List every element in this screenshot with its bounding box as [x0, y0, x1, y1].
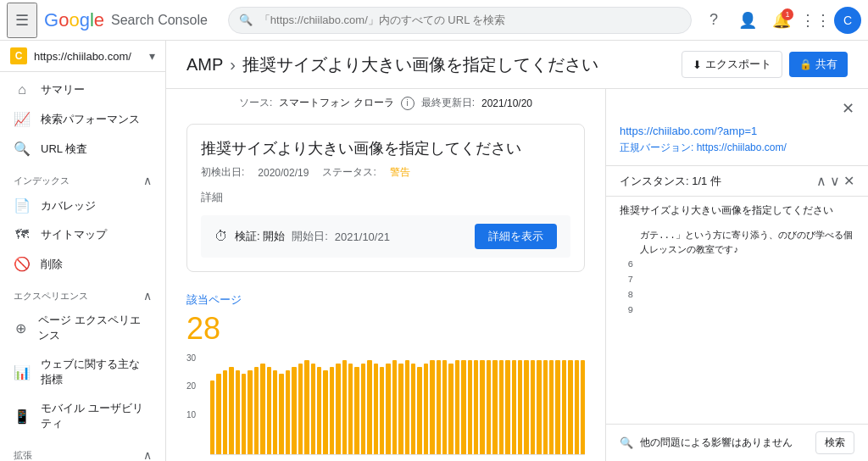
- vitals-icon: 📊: [14, 364, 31, 380]
- chart-bar: [348, 364, 353, 454]
- breadcrumb-parent[interactable]: AMP: [186, 55, 223, 75]
- search-bar[interactable]: 🔍: [228, 7, 692, 34]
- menu-icon[interactable]: ☰: [7, 3, 37, 38]
- url-inspect-icon: 🔍: [14, 141, 31, 157]
- apps-button[interactable]: ⋮⋮: [800, 5, 831, 36]
- issue-title: 推奨サイズより大きい画像を指定してください: [201, 138, 570, 158]
- chart-label: 該当ページ: [186, 292, 585, 308]
- chart-bar: [392, 360, 397, 454]
- search-input[interactable]: [259, 14, 681, 26]
- search-icon-panel: 🔍: [620, 436, 633, 449]
- chart-bar: [505, 360, 509, 454]
- sidebar-nav: ⌂ サマリー 📈 検索パフォーマンス 🔍 URL 検査 インデックス ∧ 📄 カ…: [0, 72, 165, 461]
- help-button[interactable]: ?: [698, 5, 729, 36]
- instances-description: 推奨サイズより大きい画像を指定してください: [606, 197, 868, 221]
- panel-close-row: ✕: [620, 99, 854, 118]
- notification-badge: 1: [782, 8, 793, 20]
- chart-bar: [568, 360, 572, 454]
- instance-close-button[interactable]: ✕: [843, 173, 854, 189]
- breadcrumb-separator: ›: [230, 55, 236, 75]
- sidebar-item-summary[interactable]: ⌂ サマリー: [0, 75, 159, 104]
- export-icon: ⬇: [693, 58, 702, 71]
- first-detected-value: 2020/02/19: [258, 167, 309, 179]
- chart-bar: [549, 360, 554, 454]
- sidebar-item-performance[interactable]: 📈 検索パフォーマンス: [0, 104, 159, 134]
- sidebar-item-sitemap[interactable]: 🗺 サイトマップ: [0, 220, 159, 249]
- first-detected-label: 初検出日:: [201, 165, 244, 180]
- chart-bar: [448, 364, 453, 454]
- chart-bar: [292, 367, 296, 454]
- section-header-index: インデックス ∧: [0, 164, 165, 191]
- chart-bars: [210, 353, 585, 455]
- verify-label: 検証: 開始: [235, 229, 285, 244]
- avatar[interactable]: C: [834, 7, 861, 34]
- status-label: ステータス:: [322, 165, 376, 180]
- sidebar: C https://chiilabo.com/ ▾ ⌂ サマリー 📈 検索パフォ…: [0, 41, 166, 461]
- chart-bar: [380, 367, 384, 454]
- chart-bar: [286, 370, 290, 454]
- sidebar-item-coverage[interactable]: 📄 カバレッジ: [0, 191, 159, 220]
- source-label: ソース:: [239, 96, 272, 110]
- performance-icon: 📈: [14, 111, 31, 127]
- instances-title: インスタンス: 1/1 件: [620, 174, 721, 189]
- chart-bar: [342, 360, 347, 454]
- instance-prev-button[interactable]: ∧: [816, 173, 826, 189]
- chart-bar: [512, 360, 516, 454]
- sidebar-label-coverage: カバレッジ: [41, 198, 96, 214]
- center-content: ソース: スマートフォン クローラ i 最終更新日: 2021/10/20 推奨…: [166, 89, 605, 461]
- chart-bar: [367, 360, 371, 454]
- chart-bar: [242, 374, 246, 454]
- accounts-button[interactable]: 👤: [732, 5, 763, 36]
- chart-bar: [229, 367, 233, 454]
- last-updated-label: 最終更新日:: [421, 96, 475, 110]
- share-button[interactable]: 🔒 共有: [789, 52, 848, 77]
- export-label: エクスポート: [705, 57, 771, 72]
- details-button[interactable]: 詳細を表示: [475, 224, 557, 249]
- share-label: 共有: [815, 57, 837, 72]
- property-name: https://chiilabo.com/: [34, 50, 142, 63]
- sidebar-item-url-inspection[interactable]: 🔍 URL 検査: [0, 134, 159, 164]
- last-updated-value: 2021/10/20: [481, 97, 532, 109]
- topbar-icons: ? 👤 🔔 1 ⋮⋮ C: [698, 5, 861, 36]
- panel-bottom: 🔍 他の問題による影響はありません 検索: [606, 424, 868, 461]
- canonical-url[interactable]: https://chiilabo.com/: [697, 142, 787, 153]
- code-line: 7: [620, 273, 854, 287]
- sidebar-item-core-vitals[interactable]: 📊 ウェブに関する主な指標: [0, 350, 159, 394]
- chart-bar: [455, 360, 459, 454]
- chart-bar: [273, 370, 277, 454]
- chart-bar: [405, 360, 409, 454]
- chart-bar: [210, 380, 214, 454]
- issue-card: 推奨サイズより大きい画像を指定してください 初検出日: 2020/02/19 ス…: [186, 124, 585, 272]
- y-axis: 30 20 10: [186, 353, 207, 438]
- sidebar-label-removal: 削除: [41, 257, 63, 272]
- chart-bar: [317, 367, 321, 454]
- chart-bar: [311, 364, 315, 454]
- verify-left: ⏱ 検証: 開始 開始日: 2021/10/21: [214, 229, 390, 244]
- panel-url[interactable]: https://chiilabo.com/?amp=1: [620, 125, 854, 137]
- sidebar-item-mobile-usability[interactable]: 📱 モバイル ユーザビリティ: [0, 394, 159, 438]
- sidebar-item-page-experience[interactable]: ⊕ ページ エクスペリエンス: [0, 306, 159, 350]
- y-label-30: 30: [186, 353, 207, 363]
- code-line: 6: [620, 258, 854, 272]
- lock-icon: 🔒: [799, 58, 812, 70]
- notifications-button[interactable]: 🔔 1: [766, 5, 797, 36]
- search-issues-button[interactable]: 検索: [815, 431, 854, 454]
- line-code: ガテ...」という方に寄り添う、のびのび学べる個人レッスンの教室です♪: [640, 229, 854, 257]
- chart-bar: [474, 360, 478, 454]
- export-button[interactable]: ⬇ エクスポート: [682, 51, 782, 78]
- property-icon: C: [10, 47, 27, 64]
- panel-close-button[interactable]: ✕: [842, 99, 854, 118]
- chart-bar: [304, 360, 309, 454]
- section-header-extensions: 拡張 ∧: [0, 438, 165, 461]
- sidebar-item-removal[interactable]: 🚫 削除: [0, 249, 159, 279]
- chart-bar: [562, 360, 566, 454]
- info-icon[interactable]: i: [401, 97, 415, 110]
- source-value: スマートフォン クローラ: [279, 96, 393, 110]
- chart-bar: [254, 367, 259, 454]
- issue-details-label: 詳細: [201, 190, 570, 205]
- chart-bar: [430, 360, 434, 454]
- property-selector[interactable]: C https://chiilabo.com/ ▾: [0, 41, 165, 72]
- chart-bar: [461, 360, 465, 454]
- instance-next-button[interactable]: ∨: [830, 173, 840, 189]
- chart-bar: [468, 360, 472, 454]
